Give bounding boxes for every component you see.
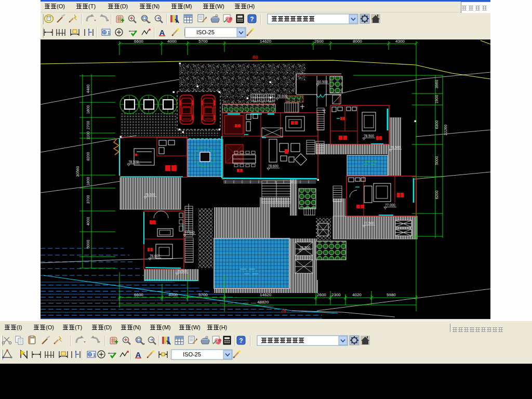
svg-text:5980: 5980 <box>387 292 396 297</box>
svg-text:14620: 14620 <box>260 39 272 44</box>
svg-text:78.500: 78.500 <box>128 160 139 164</box>
svg-text:A: A <box>167 340 171 345</box>
svg-text:1800: 1800 <box>86 177 90 186</box>
svg-text:2600: 2600 <box>317 292 326 297</box>
svg-text:76.500: 76.500 <box>145 193 155 196</box>
svg-text:3960: 3960 <box>434 80 439 89</box>
svg-text:4300: 4300 <box>395 39 405 44</box>
svg-text:5700: 5700 <box>198 292 208 297</box>
svg-text:2700: 2700 <box>86 121 90 130</box>
svg-text:6600: 6600 <box>134 39 143 44</box>
svg-text:78.500: 78.500 <box>390 145 401 149</box>
svg-text:1100: 1100 <box>86 131 90 140</box>
svg-text:30560: 30560 <box>75 166 80 177</box>
svg-text:2300: 2300 <box>331 292 341 297</box>
svg-text:76: 76 <box>281 308 286 313</box>
svg-text:1: 1 <box>93 352 96 357</box>
svg-text:4480: 4480 <box>86 85 90 94</box>
svg-text:?: ? <box>250 16 254 23</box>
svg-text:14620: 14620 <box>260 292 272 297</box>
svg-text:6600: 6600 <box>134 292 143 297</box>
svg-text:4000: 4000 <box>167 39 177 44</box>
svg-text:8200: 8200 <box>86 152 90 161</box>
svg-text:?: ? <box>239 337 243 344</box>
svg-text:6200: 6200 <box>434 191 439 200</box>
svg-text:77.500: 77.500 <box>184 231 195 234</box>
svg-text:3700: 3700 <box>86 195 90 204</box>
svg-text:ISO-25: ISO-25 <box>196 29 215 35</box>
svg-text:76.500: 76.500 <box>177 269 187 273</box>
svg-text:2600: 2600 <box>314 39 324 44</box>
svg-text:ISO-25: ISO-25 <box>183 351 201 357</box>
svg-text:5700: 5700 <box>198 39 208 44</box>
svg-text:4000: 4000 <box>168 292 178 297</box>
svg-text:78.600: 78.600 <box>277 94 287 98</box>
svg-text:77.500: 77.500 <box>364 221 374 225</box>
svg-text:77.000: 77.000 <box>385 203 395 207</box>
svg-text:1900: 1900 <box>434 95 439 104</box>
svg-text:48820: 48820 <box>257 300 269 304</box>
svg-text:8000: 8000 <box>353 39 362 44</box>
svg-text:78.600: 78.600 <box>268 164 278 168</box>
svg-text:6300: 6300 <box>434 121 439 129</box>
svg-text:78.500: 78.500 <box>364 134 374 138</box>
svg-text:5000: 5000 <box>86 240 90 249</box>
svg-text:76.600: 76.600 <box>150 254 160 258</box>
svg-text:22260: 22260 <box>443 125 448 136</box>
svg-text:4000: 4000 <box>86 217 90 226</box>
svg-text:60.500: 60.500 <box>317 80 328 84</box>
svg-text:1: 1 <box>108 30 110 35</box>
svg-text:A: A <box>176 19 179 24</box>
svg-text:1800: 1800 <box>86 105 90 114</box>
svg-text:80: 80 <box>252 54 258 60</box>
svg-text:4020: 4020 <box>352 292 362 297</box>
svg-text:76.500: 76.500 <box>300 246 310 249</box>
svg-text:5000: 5000 <box>434 156 439 165</box>
